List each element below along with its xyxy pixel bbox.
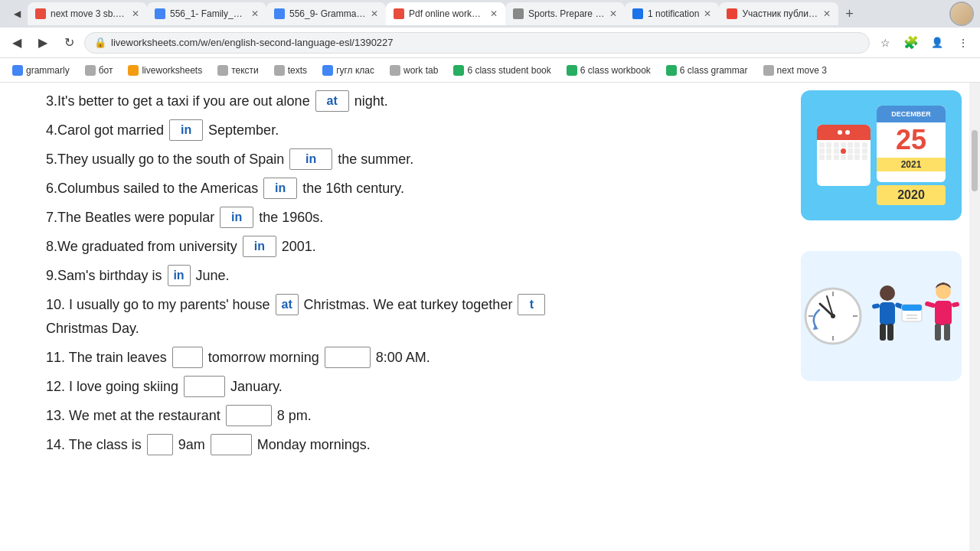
ex14-text3: Monday mornings.: [257, 435, 371, 455]
tab-7[interactable]: Участник публикац... ✕: [719, 2, 838, 25]
ex10-answer1[interactable]: at: [276, 294, 299, 315]
ex11-answer1[interactable]: [172, 347, 203, 368]
address-bar: ◀ ▶ ↻ 🔒 liveworksheets.com/w/en/english-…: [0, 28, 980, 58]
tab-2-close[interactable]: ✕: [251, 8, 259, 19]
url-text: liveworksheets.com/w/en/english-second-l…: [111, 37, 394, 48]
ex6-answer[interactable]: in: [263, 178, 297, 199]
ex6-text2: the 16th century.: [302, 178, 404, 199]
cal-cell: [841, 142, 846, 148]
menu-button[interactable]: ⋮: [952, 32, 974, 54]
scrollbar-thumb[interactable]: [972, 130, 978, 191]
ex9-answer[interactable]: in: [168, 265, 191, 286]
exercise-6: 6.Columbus sailed to the Americas in the…: [46, 178, 778, 199]
reload-button[interactable]: ↻: [58, 32, 80, 54]
exercise-9: 9.Sam's birthday is in June.: [46, 265, 778, 286]
forward-button[interactable]: ▶: [32, 32, 54, 54]
cal-cell: [848, 142, 853, 148]
ex9-text2: June.: [196, 266, 230, 286]
tab-1[interactable]: next move 3 sb.pdf ✕: [28, 2, 147, 25]
exercise-14: 14. The class is 9am Monday mornings.: [46, 434, 778, 455]
clock-illustration: [802, 270, 960, 362]
bookmark-student-book[interactable]: 6 class student book: [447, 64, 557, 77]
ex3-text2: night.: [354, 91, 388, 112]
calendar-visual: DECEMBER 25 2021 2020: [817, 106, 946, 205]
extensions-button[interactable]: 🧩: [900, 32, 922, 54]
ex10-answer2[interactable]: t: [518, 294, 545, 315]
tab-5-favicon: [513, 8, 524, 19]
ex4-answer[interactable]: in: [169, 119, 203, 141]
url-bar[interactable]: 🔒 liveworksheets.com/w/en/english-second…: [84, 32, 870, 54]
bookmark-liveworksheets[interactable]: liveworksheets: [122, 64, 208, 77]
bookmark-button[interactable]: ☆: [874, 32, 896, 54]
bookmark-liveworksheets-icon: [128, 65, 139, 76]
tab-3[interactable]: 556_9- Grammar_Fri... ✕: [266, 2, 386, 25]
bookmark-texts-icon: [274, 65, 285, 76]
profile-button[interactable]: 👤: [926, 32, 948, 54]
cal-cell: [819, 148, 825, 154]
bookmark-bot[interactable]: бот: [79, 64, 119, 77]
bookmark-workbook-label: 6 class workbook: [580, 65, 651, 76]
tab-6-label: 1 notification: [648, 8, 699, 19]
bookmark-next-move[interactable]: next move 3: [757, 64, 833, 77]
ex7-text: 7.The Beatles were popular: [46, 207, 214, 228]
cal-cell: [819, 142, 825, 148]
bookmark-teksty-icon: [217, 65, 228, 76]
ex13-answer[interactable]: [226, 405, 272, 426]
cal-cell: [834, 148, 839, 154]
bookmark-grammar[interactable]: 6 class grammar: [660, 64, 754, 77]
cal-cell: [826, 148, 831, 154]
bookmark-gugol-icon: [322, 65, 333, 76]
bookmark-work-tab[interactable]: work tab: [384, 64, 444, 77]
exercise-8: 8.We graduated from university in 2001.: [46, 236, 778, 257]
cal-cell: [862, 155, 867, 160]
tab-1-close[interactable]: ✕: [132, 8, 139, 19]
cal-dot-1: [838, 130, 842, 135]
bookmark-grammarly[interactable]: grammarly: [6, 64, 76, 77]
clock-svg: [802, 285, 864, 347]
tab-4[interactable]: Pdf online workshee... ✕: [386, 2, 505, 25]
exercise-13: 13. We met at the restaurant 8 pm.: [46, 405, 778, 426]
ex14-answer2[interactable]: [211, 434, 252, 455]
tab-2[interactable]: 556_1- Family_and_F... ✕: [147, 2, 266, 25]
cal-big-top: DECEMBER: [877, 106, 946, 122]
page-content: 3.It's better to get a taxi if you are o…: [0, 83, 980, 551]
ex12-answer[interactable]: [184, 376, 225, 397]
ex14-text: 14. The class is: [46, 435, 142, 455]
bookmark-workbook[interactable]: 6 class workbook: [560, 64, 657, 77]
bookmark-texts[interactable]: texts: [268, 64, 313, 77]
big-calendars: DECEMBER 25 2021 2020: [877, 106, 946, 205]
ex3-answer[interactable]: at: [315, 90, 349, 112]
cal-small-top: [817, 125, 871, 140]
ex11-answer2[interactable]: [325, 347, 371, 368]
cal-month-label: DECEMBER: [891, 110, 931, 118]
tab-6[interactable]: 1 notification ✕: [625, 2, 719, 25]
new-tab-button[interactable]: +: [838, 3, 860, 24]
tab-4-close[interactable]: ✕: [490, 8, 498, 19]
svg-rect-20: [935, 301, 952, 325]
cal-dot-2: [845, 130, 850, 135]
tab-7-close[interactable]: ✕: [823, 8, 831, 19]
ex7-answer[interactable]: in: [220, 207, 253, 228]
svg-rect-23: [924, 301, 936, 308]
ex14-answer1[interactable]: [147, 434, 173, 455]
cal-cell: [862, 148, 867, 154]
tab-6-close[interactable]: ✕: [704, 8, 711, 19]
cal-cell: [819, 155, 825, 160]
svg-rect-13: [872, 303, 880, 309]
tab-5-close[interactable]: ✕: [609, 8, 617, 19]
ex11-text: 11. The train leaves: [46, 347, 167, 368]
bookmark-teksty[interactable]: тексти: [211, 64, 265, 77]
user-avatar: [949, 2, 974, 26]
cal-year-2020: 2020: [877, 185, 946, 205]
tab-5[interactable]: Sports. Prepare 6. U... ✕: [505, 2, 625, 25]
back-button[interactable]: ◀: [6, 32, 28, 54]
tab-back-btn[interactable]: ◀: [6, 3, 28, 24]
big-calendar-2021: DECEMBER 25 2021: [877, 106, 946, 182]
ex5-answer[interactable]: in: [289, 148, 332, 170]
svg-rect-22: [944, 324, 950, 341]
ex8-answer[interactable]: in: [243, 236, 276, 257]
bookmark-gugol-klas[interactable]: гугл клас: [316, 64, 381, 77]
scrollbar: [969, 83, 980, 551]
calendar-top-card: DECEMBER 25 2021 2020: [801, 90, 962, 220]
tab-3-close[interactable]: ✕: [371, 8, 378, 19]
